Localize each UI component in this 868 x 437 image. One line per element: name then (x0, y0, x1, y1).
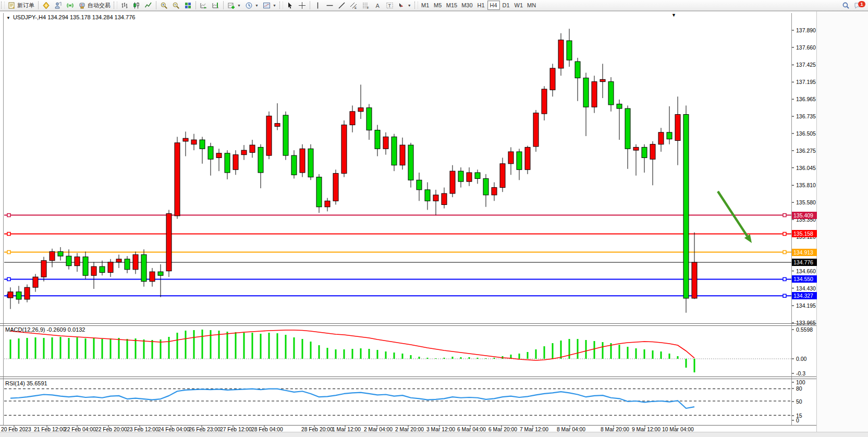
candle (425, 190, 430, 201)
equidistant-channel-tool-button[interactable]: E (348, 1, 360, 10)
candle (533, 113, 539, 147)
tab-timeframe-H4[interactable]: H4 (487, 1, 500, 10)
pane-splitter[interactable] (0, 379, 816, 379)
vertical-line-tool-button[interactable] (312, 1, 324, 10)
chart-shift-button[interactable] (210, 1, 222, 10)
tab-timeframe-M1[interactable]: M1 (419, 1, 432, 10)
auto-trading-button[interactable]: 自动交易 (76, 1, 113, 10)
pane-splitter[interactable] (0, 325, 816, 326)
time-axis-label: 28 Feb 04:00 (251, 427, 283, 432)
zoom-in-button[interactable] (158, 1, 170, 10)
price-axis-label: 135.580 (796, 199, 816, 205)
tile-windows-button[interactable] (182, 1, 194, 10)
chat-button[interactable]: 1 (852, 1, 864, 10)
tile-windows-icon (184, 2, 192, 9)
vertical-line-icon (314, 2, 322, 9)
candle (433, 195, 438, 201)
toolbar-separator (156, 1, 156, 9)
chevron-down-icon: ▼ (255, 4, 259, 7)
chevron-down-icon: ▼ (408, 4, 411, 7)
line-handle[interactable] (7, 232, 10, 235)
price-axis-label: 136.505 (796, 130, 816, 137)
chart-title-text: USDJPY-,H4 134.294 135.178 134.284 134.7… (13, 14, 135, 20)
collapse-triangle-icon[interactable]: ▼ (6, 16, 10, 20)
line-handle[interactable] (7, 214, 10, 217)
templates-button[interactable]: ▼ (261, 1, 278, 10)
bar-chart-button[interactable] (118, 1, 130, 10)
time-axis-label: 22 Feb 04:00 (64, 427, 96, 432)
fibonacci-icon: F (362, 2, 370, 9)
chart-shift-marker-icon[interactable]: ▼ (671, 13, 676, 18)
candle (458, 171, 463, 181)
new-order-icon (8, 2, 16, 9)
toolbar-separator (195, 1, 196, 9)
signals-button[interactable] (64, 1, 76, 10)
line-handle[interactable] (783, 294, 786, 297)
tab-timeframe-D1[interactable]: D1 (500, 1, 512, 10)
cursor-tool-button[interactable] (284, 1, 296, 10)
profiles-button[interactable] (40, 1, 52, 10)
line-handle[interactable] (783, 214, 786, 217)
candle (567, 41, 572, 60)
line-handle[interactable] (783, 232, 786, 235)
tab-timeframe-M30[interactable]: M30 (459, 1, 474, 10)
line-handle[interactable] (783, 277, 786, 281)
macd-axis-label: 0.5598 (796, 326, 813, 333)
trendline-tool-button[interactable] (336, 1, 348, 10)
line-handle[interactable] (7, 251, 10, 254)
arrows-icon (398, 2, 406, 9)
time-axis-label: 7 Mar 12:00 (520, 427, 548, 432)
line-handle[interactable] (7, 277, 10, 281)
time-axis-label: 6 Mar 20:00 (488, 427, 517, 432)
horizontal-line-tool-button[interactable] (324, 1, 336, 10)
tab-timeframe-H1[interactable]: H1 (475, 1, 487, 10)
toolbar-separator (310, 1, 310, 9)
zoom-out-button[interactable] (170, 1, 182, 10)
candle (350, 112, 355, 125)
signals-icon (66, 2, 74, 9)
candle (375, 130, 380, 149)
pane-splitter[interactable] (0, 323, 816, 324)
new-order-button[interactable]: 新订单 (6, 1, 36, 10)
candle (150, 272, 155, 282)
candle (600, 79, 605, 81)
candle (316, 177, 322, 207)
text-label-tool-button[interactable]: T (384, 1, 396, 10)
candle (617, 104, 622, 109)
candlestick-icon (132, 2, 140, 9)
candlestick-button[interactable] (130, 1, 142, 10)
tab-timeframe-M5[interactable]: M5 (432, 1, 444, 10)
candle (175, 143, 180, 216)
line-chart-button[interactable] (142, 1, 154, 10)
candle (517, 152, 522, 169)
search-button[interactable] (840, 1, 852, 10)
annotation-arrow-shaft[interactable] (718, 191, 747, 236)
price-axis-label: 137.195 (796, 79, 816, 85)
market-watch-button[interactable] (52, 1, 64, 10)
candle (575, 62, 580, 78)
time-axis-label: 21 Feb 12:00 (34, 427, 66, 432)
auto-scroll-button[interactable] (198, 1, 210, 10)
text-tool-button[interactable]: A (372, 1, 384, 10)
price-tag-134.327: 134.327 (792, 292, 817, 299)
periods-button[interactable]: ▼ (243, 1, 261, 10)
tab-timeframe-MN[interactable]: MN (525, 1, 538, 10)
fibonacci-tool-button[interactable]: F (360, 1, 372, 10)
chevron-down-icon: ▼ (237, 4, 241, 7)
arrows-tool-button[interactable]: ▼ (396, 1, 413, 10)
pane-splitter[interactable] (0, 377, 816, 377)
chart-canvas[interactable] (0, 0, 868, 437)
tab-timeframe-W1[interactable]: W1 (512, 1, 525, 10)
crosshair-tool-button[interactable] (296, 1, 308, 10)
toolbar-grip (1, 2, 5, 9)
indicators-button[interactable]: ▼ (225, 1, 243, 10)
price-axis-label: 134.660 (796, 268, 816, 274)
rsi-axis-label: 100 (796, 379, 805, 385)
line-handle[interactable] (783, 251, 786, 254)
candle (308, 149, 313, 177)
tab-timeframe-M15[interactable]: M15 (444, 1, 459, 10)
indicators-icon (227, 2, 235, 9)
candle (41, 261, 46, 277)
candle (675, 115, 680, 141)
candle (233, 155, 238, 170)
